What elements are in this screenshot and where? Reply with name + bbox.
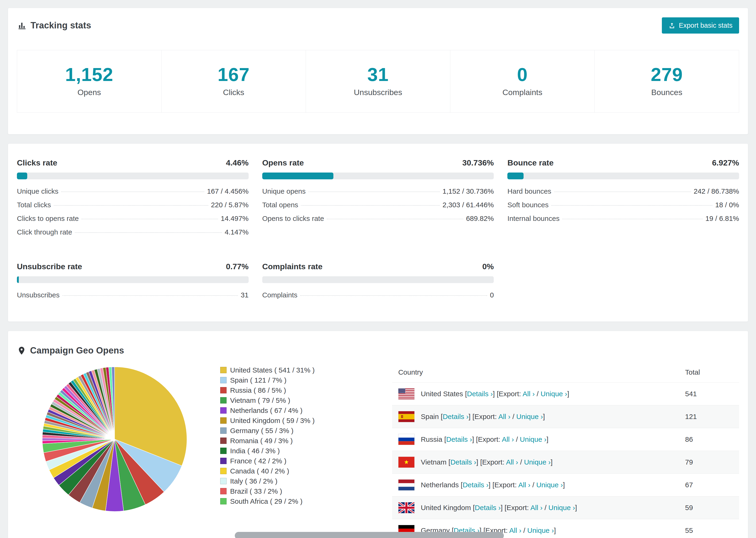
legend-item: Spain ( 121 / 7% ): [220, 375, 315, 385]
geo-table-row[interactable]: Spain [Details ›] [Export: All › / Uniqu…: [392, 405, 739, 428]
legend-label: Brazil ( 33 / 2% ): [230, 487, 282, 495]
rate-progress-bar: [17, 276, 249, 283]
rate-stat-row: Unique clicks167 / 4.456%: [17, 187, 249, 201]
legend-label: Vietnam ( 79 / 5% ): [230, 397, 290, 404]
rate-block-bounce-rate: Bounce rate6.927%Hard bounces242 / 86.73…: [507, 158, 739, 242]
export-unique-link[interactable]: Unique ›: [524, 458, 551, 466]
export-all-link[interactable]: All ›: [523, 390, 535, 398]
stat-label: Bounces: [595, 88, 739, 97]
rate-head: Opens rate30.736%: [262, 158, 494, 167]
rate-stat-label: Complaints: [262, 291, 297, 299]
export-all-link[interactable]: All ›: [502, 435, 514, 443]
legend-label: United Kingdom ( 59 / 3% ): [230, 417, 315, 425]
export-unique-link[interactable]: Unique ›: [527, 526, 554, 534]
legend-swatch: [220, 407, 227, 413]
rate-progress-bar: [262, 173, 494, 179]
stat-label: Clicks: [162, 88, 306, 97]
export-basic-stats-label: Export basic stats: [679, 22, 732, 29]
rate-stat-label: Clicks to opens rate: [17, 215, 79, 223]
rate-progress-fill: [17, 173, 27, 179]
rate-stat-label: Click through rate: [17, 228, 72, 236]
details-link[interactable]: Details ›: [446, 435, 472, 443]
export-all-link[interactable]: All ›: [506, 458, 518, 466]
rate-percent: 4.46%: [226, 158, 248, 167]
dotted-leader: [81, 219, 218, 219]
stat-value: 279: [595, 64, 739, 85]
country-total: 121: [685, 405, 739, 428]
legend-swatch: [220, 377, 227, 383]
geo-table-header-total: Total: [685, 364, 739, 383]
es-flag-icon: [398, 411, 415, 422]
rate-stat-label: Unsubscribes: [17, 291, 60, 299]
details-link[interactable]: Details ›: [475, 504, 501, 511]
page: Tracking stats Export basic stats 1,152O…: [0, 0, 756, 538]
dotted-leader: [551, 205, 712, 206]
rate-stat-value: 2,303 / 61.446%: [443, 201, 494, 209]
legend-swatch: [220, 458, 227, 464]
legend-item: United Kingdom ( 59 / 3% ): [220, 415, 315, 426]
geo-table-wrap: Country Total United States [Details ›] …: [392, 364, 739, 538]
rate-stat-value: 0: [490, 291, 494, 299]
geo-content: United States ( 541 / 31% )Spain ( 121 /…: [17, 364, 739, 538]
stat-value: 0: [450, 64, 594, 85]
rate-progress-bar: [17, 173, 249, 179]
rate-percent: 30.736%: [462, 158, 494, 167]
rate-stat-label: Internal bounces: [507, 215, 560, 223]
rate-percent: 0.77%: [226, 262, 248, 271]
export-all-link[interactable]: All ›: [509, 526, 521, 534]
legend-swatch: [220, 448, 227, 454]
rate-stat-label: Hard bounces: [507, 187, 551, 195]
rate-progress-fill: [262, 173, 333, 179]
geo-pie-chart: [39, 364, 190, 514]
geo-table-row[interactable]: Netherlands [Details ›] [Export: All › /…: [392, 474, 739, 497]
horizontal-scrollbar-thumb[interactable]: [235, 532, 504, 538]
export-basic-stats-button[interactable]: Export basic stats: [662, 17, 739, 33]
legend-item: Germany ( 55 / 3% ): [220, 426, 315, 436]
stats-row: 1,152Opens167Clicks31Unsubscribes0Compla…: [17, 50, 739, 113]
details-link[interactable]: Details ›: [443, 413, 469, 420]
details-link[interactable]: Details ›: [467, 390, 493, 398]
country-cell: Vietnam [Details ›] [Export: All › / Uni…: [392, 451, 685, 474]
rate-head: Complaints rate0%: [262, 262, 494, 271]
export-unique-link[interactable]: Unique ›: [520, 435, 546, 443]
campaign-geo-opens-card: Campaign Geo Opens United States ( 541 /…: [8, 331, 748, 538]
legend-label: United States ( 541 / 31% ): [230, 366, 315, 374]
export-unique-link[interactable]: Unique ›: [516, 413, 543, 420]
geo-table-row[interactable]: Vietnam [Details ›] [Export: All › / Uni…: [392, 451, 739, 474]
details-link[interactable]: Details ›: [463, 481, 489, 489]
export-unique-link[interactable]: Unique ›: [536, 481, 563, 489]
rate-stat-row: Clicks to opens rate14.497%: [17, 215, 249, 228]
rate-title: Clicks rate: [17, 158, 57, 167]
export-all-link[interactable]: All ›: [530, 504, 543, 511]
legend-label: Canada ( 40 / 2% ): [230, 467, 289, 475]
legend-swatch: [220, 427, 227, 434]
rate-block-unsubscribe-rate: Unsubscribe rate0.77%Unsubscribes31: [17, 262, 249, 305]
legend-item: India ( 46 / 3% ): [220, 446, 315, 456]
rate-stat-value: 14.497%: [221, 215, 248, 223]
legend-item: Romania ( 49 / 3% ): [220, 436, 315, 446]
country-name: Spain: [421, 413, 439, 420]
stat-label: Opens: [17, 88, 161, 97]
rate-stat-label: Unique opens: [262, 187, 306, 195]
export-all-link[interactable]: All ›: [518, 481, 530, 489]
rate-stat-row: Total clicks220 / 5.87%: [17, 201, 249, 215]
rate-progress-bar: [262, 276, 494, 283]
geo-table-row[interactable]: United Kingdom [Details ›] [Export: All …: [392, 497, 739, 519]
nl-flag-icon: [398, 479, 415, 491]
rate-title: Unsubscribe rate: [17, 262, 82, 271]
export-unique-link[interactable]: Unique ›: [549, 504, 575, 511]
legend-swatch: [220, 498, 227, 505]
legend-label: Netherlands ( 67 / 4% ): [230, 406, 302, 414]
legend-label: Spain ( 121 / 7% ): [230, 376, 287, 384]
export-all-link[interactable]: All ›: [498, 413, 511, 420]
export-unique-link[interactable]: Unique ›: [540, 390, 567, 398]
rate-progress-fill: [17, 276, 19, 283]
stat-box-opens: 1,152Opens: [17, 50, 162, 112]
legend-label: Italy ( 36 / 2% ): [230, 477, 278, 485]
legend-swatch: [220, 387, 227, 394]
rate-stat-label: Total opens: [262, 201, 298, 209]
rate-stat-row: Unsubscribes31: [17, 291, 249, 305]
geo-table-row[interactable]: United States [Details ›] [Export: All ›…: [392, 383, 739, 405]
geo-table-row[interactable]: Russia [Details ›] [Export: All › / Uniq…: [392, 428, 739, 451]
details-link[interactable]: Details ›: [450, 458, 476, 466]
